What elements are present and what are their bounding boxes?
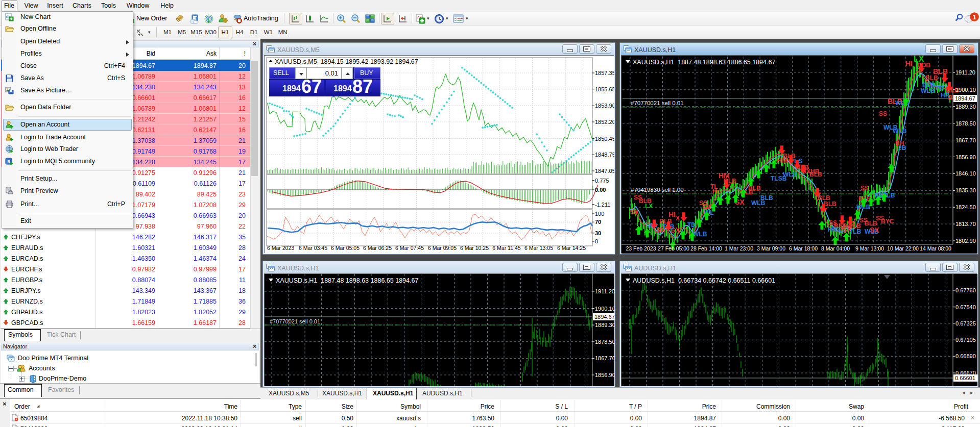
svg-text:6 Mar 13:05: 6 Mar 13:05 [524, 245, 553, 251]
svg-text:1848.75: 1848.75 [595, 152, 614, 158]
svg-text:#70770021 sell 0.01: #70770021 sell 0.01 [631, 100, 684, 106]
svg-text:70: 70 [595, 219, 601, 225]
svg-text:XAUUSD.s,H1 1887.48 1898.63 1: XAUUSD.s,H1 1887.48 1898.63 1886.65 1894… [633, 59, 775, 66]
svg-text:6 Mar 06:25: 6 Mar 06:25 [363, 245, 392, 251]
svg-text:1911.20: 1911.20 [595, 288, 614, 294]
svg-text:WLB: WLB [783, 171, 797, 178]
svg-text:PR: PR [936, 85, 944, 92]
svg-text:10 Mar 22:00: 10 Mar 22:00 [887, 245, 919, 252]
svg-text:1894.67: 1894.67 [955, 95, 975, 102]
svg-text:1867.70: 1867.70 [955, 137, 976, 143]
svg-text:BLB: BLB [809, 171, 822, 178]
svg-text:BLB: BLB [760, 194, 773, 202]
svg-text:SX: SX [631, 209, 639, 216]
svg-text:1889.30: 1889.30 [955, 104, 976, 110]
svg-text:6 Mar 09:05: 6 Mar 09:05 [428, 245, 457, 251]
svg-text:6 Mar 14:25: 6 Mar 14:25 [557, 245, 586, 251]
svg-text:WLB: WLB [921, 87, 935, 94]
svg-text:-1.211: -1.211 [595, 202, 610, 208]
svg-text:0.67760: 0.67760 [955, 287, 976, 293]
svg-text:1878.50: 1878.50 [955, 120, 976, 127]
svg-text:Hr: Hr [712, 188, 720, 195]
svg-text:1855.65: 1855.65 [595, 86, 614, 92]
svg-text:6 Mar 03:45: 6 Mar 03:45 [299, 245, 327, 251]
svg-text:1802.90: 1802.90 [955, 238, 976, 244]
svg-text:BLB: BLB [824, 200, 836, 208]
svg-text:27 Feb 05:00: 27 Feb 05:00 [658, 245, 689, 252]
svg-text:9 Mar 13:00: 9 Mar 13:00 [855, 245, 884, 252]
svg-text:0.67540: 0.67540 [955, 304, 976, 310]
svg-text:1878.50: 1878.50 [595, 339, 614, 345]
svg-text:#70770021 sell 0.01: #70770021 sell 0.01 [270, 318, 320, 324]
svg-text:X: X [676, 215, 680, 222]
svg-text:3 Mar 09:00: 3 Mar 09:00 [757, 245, 785, 252]
svg-text:#70419830 sell 1.00: #70419830 sell 1.00 [631, 187, 684, 193]
svg-text:TLB: TLB [849, 228, 862, 235]
svg-text:0: 0 [595, 238, 598, 244]
svg-text:1847.05: 1847.05 [595, 168, 614, 174]
svg-text:28 Feb 14:00: 28 Feb 14:00 [690, 245, 722, 252]
svg-text:2B: 2B [898, 144, 906, 152]
svg-text:0.67105: 0.67105 [955, 337, 976, 343]
svg-text:WLB: WLB [893, 128, 907, 135]
svg-text:6 Mar 05:05: 6 Mar 05:05 [331, 245, 360, 251]
svg-text:1: 1 [972, 13, 976, 21]
svg-text:BLB: BLB [925, 74, 938, 82]
svg-text:1889.30: 1889.30 [595, 322, 614, 328]
svg-text:0.66890: 0.66890 [955, 353, 976, 359]
svg-text:HR: HR [941, 92, 950, 99]
svg-text:HRS: HRS [828, 226, 841, 233]
svg-text:0.775: 0.775 [595, 178, 609, 184]
svg-text:1853.90: 1853.90 [595, 103, 614, 109]
svg-text:XAUUSD.s,M5 1894.15 1895.42 1: XAUUSD.s,M5 1894.15 1895.42 1893.92 1894… [275, 58, 418, 65]
svg-text:30: 30 [595, 230, 601, 236]
svg-text:14 Mar 08:00: 14 Mar 08:00 [920, 245, 951, 252]
svg-text:8 Mar 04:00: 8 Mar 04:00 [821, 245, 850, 252]
svg-text:0.67325: 0.67325 [955, 320, 976, 326]
svg-text:1856.90: 1856.90 [595, 372, 614, 378]
svg-text:0.00: 0.00 [595, 187, 606, 193]
svg-text:XAUUSD.s,H1 1887.48 1898.63 1: XAUUSD.s,H1 1887.48 1898.63 1886.65 1894… [276, 277, 418, 284]
svg-text:TD: TD [687, 221, 696, 229]
svg-text:1857.35: 1857.35 [595, 70, 614, 76]
svg-text:1835.30: 1835.30 [955, 187, 976, 193]
svg-text:AUDUSD.s,H1 0.66734 0.66742 0: AUDUSD.s,H1 0.66734 0.66742 0.66511 0.66… [633, 277, 775, 284]
svg-text:LX: LX [731, 182, 738, 189]
svg-text:1852.20: 1852.20 [595, 119, 614, 125]
svg-text:1900.10: 1900.10 [955, 87, 976, 93]
svg-text:6 Mar 07:45: 6 Mar 07:45 [395, 245, 424, 251]
svg-text:1894.67: 1894.67 [594, 314, 614, 320]
svg-text:1846.10: 1846.10 [955, 170, 976, 177]
svg-text:1850.45: 1850.45 [595, 136, 614, 142]
svg-text:HI: HI [905, 60, 913, 68]
svg-text:1813.70: 1813.70 [955, 221, 976, 227]
svg-text:6 Mar 18:00: 6 Mar 18:00 [789, 245, 818, 252]
svg-text:100: 100 [595, 211, 604, 217]
svg-text:SS: SS [879, 110, 887, 117]
svg-text:1911.20: 1911.20 [955, 69, 975, 76]
svg-text:1824.50: 1824.50 [955, 204, 976, 210]
svg-text:1 Mar 23:00: 1 Mar 23:00 [725, 245, 753, 252]
svg-text:6 Mar 10:25: 6 Mar 10:25 [460, 245, 489, 251]
svg-text:6 Mar 11:45: 6 Mar 11:45 [492, 245, 520, 251]
svg-text:BYC: BYC [881, 218, 894, 225]
svg-text:BDB: BDB [917, 62, 930, 69]
svg-text:23 Feb 2023: 23 Feb 2023 [626, 245, 656, 252]
svg-text:SX: SX [870, 226, 879, 234]
svg-text:WLB: WLB [693, 231, 707, 238]
svg-text:1867.70: 1867.70 [595, 355, 614, 361]
svg-text:1856.90: 1856.90 [955, 154, 976, 160]
svg-text:LX: LX [645, 203, 653, 210]
svg-text:5: 5 [7, 159, 10, 164]
svg-text:6 Mar 2023: 6 Mar 2023 [267, 245, 294, 251]
svg-text:HI: HI [668, 210, 676, 218]
svg-text:0.66601: 0.66601 [955, 375, 975, 381]
svg-text:LX: LX [867, 189, 875, 196]
svg-text:1900.10: 1900.10 [595, 306, 614, 312]
